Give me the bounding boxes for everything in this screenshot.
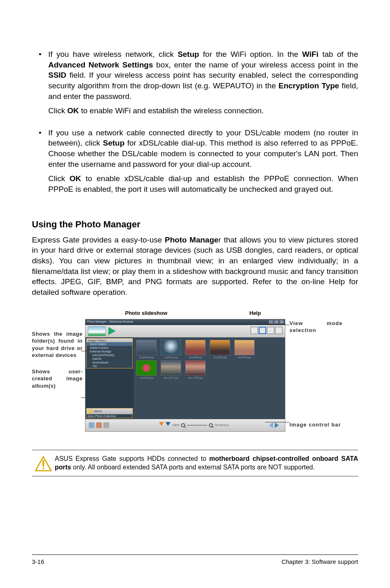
sidebar-item-user-folders[interactable]: User Folders [87, 342, 132, 346]
toolbar [85, 325, 285, 337]
zoom-in-icon[interactable] [209, 423, 213, 427]
thumbnail[interactable]: dsc0368.jpg [185, 340, 206, 359]
thumbnail-label: dsc0072.jpg [164, 356, 177, 359]
thumbnail[interactable]: dsc_0177.jpg [161, 360, 181, 379]
label-image-folders-desc: Shows the image folder(s) found in your … [32, 330, 83, 359]
window-titlebar: Photo Manager - Slideshow Browser – □ × [85, 319, 285, 325]
thumb-row-2: dsc0042.jpgdsc_0177.jpgdsc_0794.jpg [136, 360, 282, 379]
label-albums-desc: Shows user-created image album(s) [32, 368, 83, 390]
sidebar-item-sdb1[interactable]: sdb1(DVPNUSE) [87, 353, 132, 357]
rotate-ccw-icon[interactable] [89, 422, 94, 428]
close-button[interactable]: × [279, 320, 284, 324]
thumbnail[interactable]: cimg0224.jpg [136, 340, 157, 359]
thumb-row-1: cimg0224.jpgdsc0072.jpgdsc0368.jpgdsc005… [136, 340, 282, 359]
photo-manager-diagram: Photo slideshow Help Shows the image fol… [32, 310, 358, 432]
page-number: 3-16 [32, 558, 44, 565]
help-button[interactable] [251, 327, 258, 334]
label-view-mode: View mode selection [289, 320, 343, 334]
fit-window-label[interactable]: Fit Window [215, 424, 229, 426]
sidebar-album-label: Album [94, 410, 102, 413]
thumbnail-image [136, 340, 157, 355]
delete-icon[interactable] [103, 422, 109, 428]
minimize-button[interactable]: – [269, 320, 273, 324]
thumbnail-image [161, 340, 181, 355]
thumbnail-label: cimg0224.jpg [139, 356, 154, 359]
bullet-item: • If you use a network cable connected d… [32, 128, 358, 199]
sidebar-item-tw[interactable]: TW [87, 364, 132, 368]
bullet-marker: • [32, 49, 48, 120]
sidebar-albums-group: Album Asus Photo Collection [86, 408, 133, 418]
chapter-label: Chapter 3: Software support [281, 558, 358, 565]
thumbnail[interactable]: dsc0059.jpg [210, 340, 230, 359]
bullet1-para1: If you have wireless network, click Setu… [48, 49, 358, 101]
photo-manager-window: Photo Manager - Slideshow Browser – □ × [85, 319, 285, 432]
sidebar-folders-group: Image Folders User Folders Added Folders… [86, 338, 133, 368]
bullet-item: • If you have wireless network, click Se… [32, 49, 358, 120]
bullet2-para1: If you use a network cable connected dir… [48, 128, 358, 170]
bullet2-para2: Click OK to enable xDSL/cable dial-up an… [48, 173, 358, 194]
bottom-control-bar: 100% Fit Window [85, 419, 285, 431]
zoom-slider[interactable] [187, 425, 207, 426]
warning-text: ASUS Express Gate supports HDDs connecte… [55, 454, 358, 472]
section-heading: Using the Photo Manager [32, 219, 358, 230]
bullet-text: If you have wireless network, click Setu… [48, 49, 358, 120]
thumbnail-image [185, 360, 206, 376]
thumbnail[interactable]: dsc0076.jpg [234, 340, 255, 359]
page-footer: 3-16 Chapter 3: Software support [32, 554, 358, 565]
thumbnail-image [185, 340, 206, 355]
thumbnail-label: dsc0059.jpg [213, 356, 226, 359]
thumbnail-image [234, 340, 255, 355]
thumbnail-image [136, 360, 157, 376]
sidebar: Image Folders User Folders Added Folders… [85, 337, 134, 419]
thumbnail-label: dsc0076.jpg [238, 356, 251, 359]
label-help: Help [249, 310, 261, 316]
prev-icon[interactable] [159, 422, 164, 429]
warning-icon [32, 454, 55, 472]
page-next-icon[interactable] [275, 422, 282, 428]
window-title: Photo Manager - Slideshow Browser [87, 320, 134, 323]
sidebar-item-external[interactable]: External Storage [87, 350, 132, 353]
maximize-button[interactable]: □ [274, 320, 279, 324]
label-photo-slideshow: Photo slideshow [125, 310, 167, 316]
view-thumbnail-button[interactable] [259, 327, 266, 334]
bullet-marker: • [32, 128, 48, 199]
zoom-out-icon[interactable] [181, 423, 185, 427]
sidebar-item-kathrin[interactable]: Kathrin [87, 357, 132, 361]
thumbnail-label: dsc0042.jpg [140, 377, 153, 379]
thumbnail-label: dsc_0177.jpg [164, 377, 178, 379]
bullet1-para2: Click OK to enable WiFi and establish th… [48, 105, 358, 116]
warning-note: ASUS Express Gate supports HDDs connecte… [32, 450, 358, 476]
sidebar-header-image-folders: Image Folders [87, 339, 132, 342]
svg-point-2 [43, 467, 44, 469]
view-list-button[interactable] [267, 327, 274, 334]
bullet-text: If you use a network cable connected dir… [48, 128, 358, 199]
sidebar-item-added-folders[interactable]: Added Folders [87, 346, 132, 350]
section-body: Express Gate provides a easy-to-use Phot… [32, 235, 358, 298]
next-icon[interactable] [166, 422, 170, 429]
sidebar-album-header[interactable]: Album [87, 408, 132, 414]
thumbnail-area: cimg0224.jpgdsc0072.jpgdsc0368.jpgdsc005… [134, 337, 285, 419]
thumbnail[interactable]: dsc0042.jpg [136, 360, 157, 379]
thumbnail-image [210, 340, 230, 355]
thumbnail-label: dsc_0794.jpg [188, 377, 203, 379]
label-image-control-bar: Image control bar [289, 421, 343, 429]
slideshow-button[interactable] [108, 327, 116, 335]
folder-icon [88, 409, 93, 413]
rotate-cw-icon[interactable] [96, 422, 102, 428]
sidebar-item-screenshots[interactable]: Screenshots [87, 361, 132, 364]
sidebar-album-item[interactable]: Asus Photo Collection [87, 414, 132, 418]
thumbnail-image [161, 360, 181, 376]
thumbnail[interactable]: dsc_0794.jpg [185, 360, 206, 379]
page-prev-icon[interactable] [266, 422, 273, 428]
thumbnail[interactable]: dsc0072.jpg [161, 340, 181, 359]
view-enlarge-button[interactable] [275, 327, 282, 334]
thumbnail-label: dsc0368.jpg [189, 356, 202, 359]
zoom-percent: 100% [172, 424, 179, 426]
current-preview-icon [88, 326, 106, 336]
